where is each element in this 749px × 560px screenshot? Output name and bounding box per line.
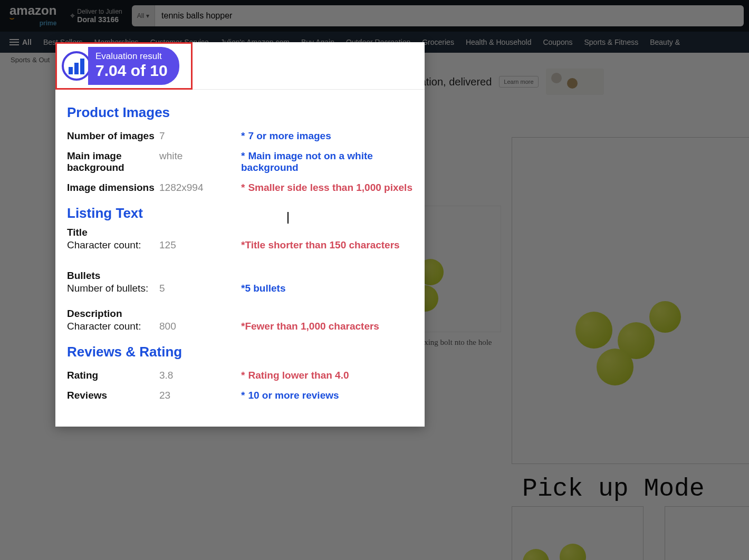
eval-row: Reviews 23 *10 or more reviews (67, 385, 413, 405)
eval-row: Character count: 125 *Title shorter than… (67, 238, 413, 255)
eval-subhead: Bullets (67, 270, 413, 282)
asterisk-icon: * (241, 150, 245, 161)
asterisk-icon: * (241, 130, 245, 141)
eval-label: Rating (67, 370, 159, 381)
evaluation-badge-icon (62, 51, 91, 81)
eval-row: Character count: 800 *Fewer than 1,000 c… (67, 320, 413, 336)
eval-value: 5 (159, 283, 241, 294)
eval-note: *Smaller side less than 1,000 pixels (241, 182, 413, 194)
evaluation-score: 7.04 of 10 (95, 62, 168, 79)
asterisk-icon: * (241, 370, 245, 381)
eval-row: Number of bullets: 5 *5 bullets (67, 282, 413, 298)
eval-value: 1282x994 (159, 182, 241, 194)
eval-label: Image dimensions (67, 182, 159, 194)
eval-label: Character count: (67, 239, 159, 251)
eval-row: Main image background white *Main image … (67, 146, 413, 178)
asterisk-icon: * (241, 390, 245, 401)
eval-note: *10 or more reviews (241, 390, 413, 401)
eval-note: *Main image not on a white background (241, 150, 413, 173)
eval-value: 125 (159, 239, 241, 251)
eval-row: Image dimensions 1282x994 *Smaller side … (67, 178, 413, 198)
eval-value: 23 (159, 390, 241, 401)
eval-label: Number of images (67, 130, 159, 142)
eval-label: Reviews (67, 390, 159, 401)
eval-note: *Rating lower than 4.0 (241, 370, 413, 381)
eval-subhead: Title (67, 227, 413, 238)
eval-label: Main image background (67, 150, 159, 173)
bar-chart-icon (69, 57, 84, 74)
eval-row: Number of images 7 *7 or more images (67, 126, 413, 146)
eval-note: *7 or more images (241, 130, 413, 142)
eval-note: *Fewer than 1,000 characters (241, 321, 413, 332)
asterisk-icon: * (241, 182, 245, 193)
eval-subhead: Description (67, 308, 413, 320)
eval-value: 800 (159, 321, 241, 332)
eval-note: *5 bullets (241, 283, 413, 294)
section-title-images: Product Images (67, 104, 413, 121)
evaluation-header: Evaluation result 7.04 of 10 (55, 42, 425, 90)
evaluation-label: Evaluation result (95, 51, 168, 62)
section-title-reviews: Reviews & Rating (67, 344, 413, 360)
evaluation-body: Product Images Number of images 7 *7 or … (55, 90, 425, 405)
eval-label: Character count: (67, 321, 159, 332)
eval-note: *Title shorter than 150 characters (241, 239, 413, 251)
eval-value: 7 (159, 130, 241, 142)
eval-row: Rating 3.8 *Rating lower than 4.0 (67, 365, 413, 385)
text-cursor-icon (287, 212, 289, 224)
section-title-listing: Listing Text (67, 205, 413, 221)
eval-value: 3.8 (159, 370, 241, 381)
eval-value: white (159, 150, 241, 162)
evaluation-score-pill: Evaluation result 7.04 of 10 (88, 47, 179, 85)
eval-label: Number of bullets: (67, 283, 159, 294)
evaluation-panel: Evaluation result 7.04 of 10 Product Ima… (55, 42, 425, 427)
